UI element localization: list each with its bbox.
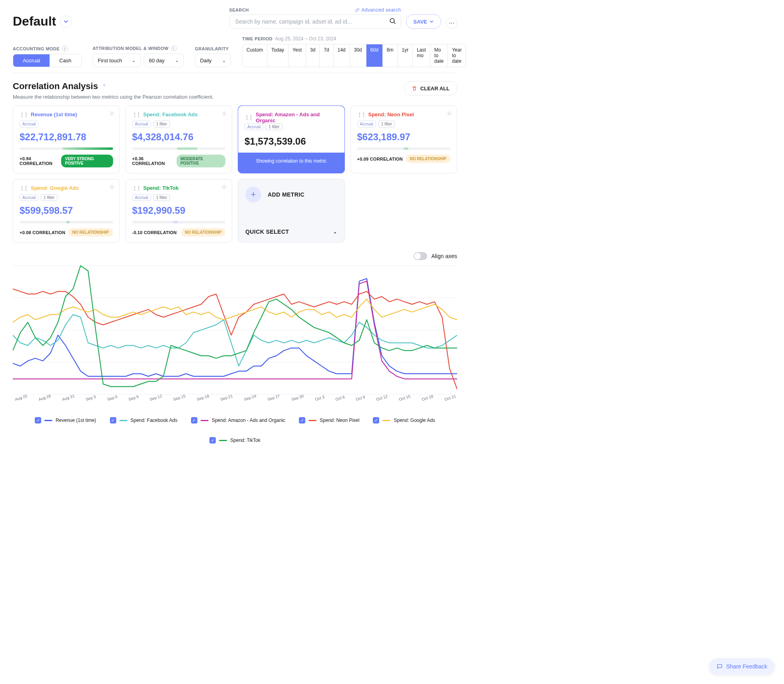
gear-icon[interactable] [446, 111, 452, 116]
quick-select-button[interactable]: QUICK SELECT ⌄ [245, 229, 337, 235]
metric-tag: Accrual [357, 121, 376, 127]
plus-icon: + [245, 187, 261, 203]
time-pill-mo-to-date[interactable]: Mo to date [430, 44, 448, 67]
accounting-cash[interactable]: Cash [50, 54, 81, 67]
metric-tag: Accrual [245, 123, 263, 130]
legend-item-spend-amazon-ads-and-organic[interactable]: ✓Spend: Amazon - Ads and Organic [191, 417, 285, 424]
gear-icon[interactable] [109, 184, 115, 190]
section-title: Correlation Analysis [13, 81, 214, 91]
time-pill-custom[interactable]: Custom [243, 44, 267, 67]
granularity-label: GRANULARITY [195, 46, 231, 51]
advanced-search-label: Advanced search [361, 7, 401, 13]
time-pill-3d[interactable]: 3d [306, 44, 319, 67]
time-pill-60d[interactable]: 60d [366, 44, 382, 67]
drag-handle-icon[interactable]: ⋮⋮ [20, 185, 28, 191]
more-menu-button[interactable] [446, 18, 457, 29]
attribution-window-select[interactable]: 60 day⌄ [144, 54, 184, 67]
correlation-text: -0.10 CORRELATION [132, 230, 177, 235]
svg-point-7 [111, 186, 113, 188]
drag-handle-icon[interactable]: ⋮⋮ [357, 112, 365, 117]
align-axes-toggle[interactable] [414, 252, 427, 260]
correlation-pill: VERY STRONG POSITIVE [61, 155, 113, 167]
svg-point-4 [111, 113, 113, 114]
drag-handle-icon[interactable]: ⋮⋮ [132, 185, 140, 191]
metric-card-neon[interactable]: ⋮⋮Spend: Neon PixelAccrual1 filter$623,1… [350, 105, 458, 173]
correlation-pill: NO RELATIONSHIP [181, 228, 225, 237]
legend-label: Spend: Google Ads [394, 418, 435, 423]
active-metric-message: Showing correlation to this metric [245, 153, 338, 169]
metric-card-revenue[interactable]: ⋮⋮Revenue (1st time)Accrual$22,712,891.7… [13, 105, 120, 173]
correlation-bar [20, 147, 113, 150]
section-subtitle: Measure the relationship between two met… [13, 94, 214, 100]
metric-value: $192,990.59 [132, 205, 226, 216]
time-pill-6m[interactable]: 6m [382, 44, 398, 67]
legend-item-spend-google-ads[interactable]: ✓Spend: Google Ads [373, 417, 435, 424]
metric-value: $599,598.57 [20, 205, 113, 216]
correlation-pill: MODERATE POSITIVE [177, 155, 225, 167]
add-metric-button[interactable]: + ADD METRIC [245, 187, 337, 203]
info-icon[interactable]: i [171, 46, 177, 51]
checkbox-icon[interactable]: ✓ [191, 417, 197, 424]
color-swatch [382, 420, 390, 421]
save-button[interactable]: SAVE [406, 14, 441, 29]
search-input[interactable] [229, 14, 401, 29]
metric-card-amazon[interactable]: ⋮⋮Spend: Amazon - Ads and OrganicAccrual… [238, 105, 345, 173]
time-range-text: Aug 25, 2024 – Oct 23, 2024 [275, 36, 336, 42]
time-pill-last-mo[interactable]: Last mo [412, 44, 430, 67]
link-icon [355, 8, 360, 12]
time-pill-14d[interactable]: 14d [333, 44, 350, 67]
gear-icon[interactable] [221, 111, 227, 116]
attribution-model-select[interactable]: First touch⌄ [93, 54, 141, 67]
advanced-search-link[interactable]: Advanced search [355, 7, 401, 13]
drag-handle-icon[interactable]: ⋮⋮ [132, 112, 140, 117]
gear-icon[interactable] [221, 184, 227, 190]
metric-card-google[interactable]: ⋮⋮Spend: Google AdsAccrual1 filter$599,5… [13, 179, 120, 243]
legend-label: Spend: Facebook Ads [131, 418, 177, 423]
save-label: SAVE [414, 19, 427, 25]
time-pill-7d[interactable]: 7d [319, 44, 333, 67]
metric-tag: 1 filter [41, 194, 57, 201]
checkbox-icon[interactable]: ✓ [35, 417, 41, 424]
correlation-bar [132, 221, 226, 223]
accounting-accrual[interactable]: Accrual [13, 54, 50, 67]
time-pill-30d[interactable]: 30d [350, 44, 366, 67]
correlation-text: +0.94 CORRELATION [20, 156, 61, 166]
correlation-bar [132, 147, 226, 150]
align-axes-label: Align axes [431, 253, 457, 259]
color-swatch [44, 420, 52, 421]
legend-item-spend-tiktok[interactable]: ✓Spend: TikTok [209, 437, 260, 443]
metric-card-facebook[interactable]: ⋮⋮Spend: Facebook AdsAccrual1 filter$4,3… [125, 105, 233, 173]
checkbox-icon[interactable]: ✓ [209, 437, 216, 443]
time-pill-1yr[interactable]: 1yr [398, 44, 413, 67]
chevron-down-icon: ⌄ [222, 58, 226, 63]
time-pill-today[interactable]: Today [267, 44, 288, 67]
metric-value: $623,189.97 [357, 131, 451, 143]
title-dropdown-button[interactable] [60, 16, 72, 28]
drag-handle-icon[interactable]: ⋮⋮ [20, 112, 28, 117]
drag-handle-icon[interactable]: ⋮⋮ [245, 115, 253, 120]
add-metric-label: ADD METRIC [268, 191, 304, 198]
granularity-select[interactable]: Daily⌄ [195, 54, 231, 67]
legend-label: Revenue (1st time) [56, 418, 96, 423]
metric-card-tiktok[interactable]: ⋮⋮Spend: TikTokAccrual1 filter$192,990.5… [125, 179, 233, 243]
legend-item-spend-neon-pixel[interactable]: ✓Spend: Neon Pixel [299, 417, 359, 424]
color-swatch [219, 440, 227, 441]
legend-item-revenue-1st-time-[interactable]: ✓Revenue (1st time) [35, 417, 96, 424]
correlation-text: +0.09 CORRELATION [357, 157, 403, 161]
svg-point-6 [448, 113, 450, 114]
checkbox-icon[interactable]: ✓ [373, 417, 379, 424]
time-pill-yest[interactable]: Yest [288, 44, 306, 67]
time-pill-year-to-date[interactable]: Year to date [448, 44, 466, 67]
dots-icon [449, 22, 454, 24]
checkbox-icon[interactable]: ✓ [110, 417, 116, 424]
gear-icon[interactable] [109, 111, 115, 116]
legend-item-spend-facebook-ads[interactable]: ✓Spend: Facebook Ads [110, 417, 177, 424]
checkbox-icon[interactable]: ✓ [299, 417, 305, 424]
info-icon[interactable]: i [62, 46, 68, 52]
svg-point-8 [223, 186, 225, 188]
clear-all-button[interactable]: CLEAR ALL [404, 81, 457, 95]
metric-tag: 1 filter [153, 121, 170, 127]
sparkle-icon [101, 83, 107, 89]
svg-point-1 [449, 23, 450, 24]
accounting-mode-toggle[interactable]: Accrual Cash [13, 54, 82, 67]
